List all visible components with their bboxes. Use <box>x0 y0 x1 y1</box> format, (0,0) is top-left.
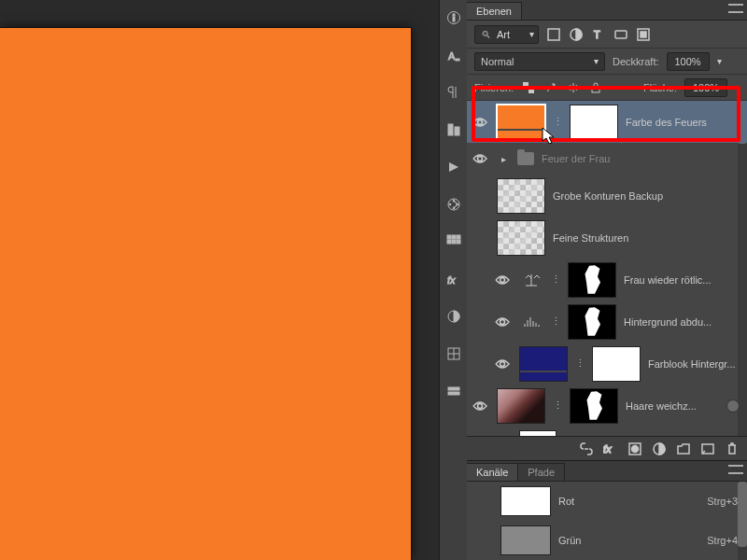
channel-thumbnail[interactable] <box>500 525 551 555</box>
lock-position-icon[interactable] <box>566 80 581 95</box>
fx-icon[interactable]: fx <box>603 441 618 456</box>
filter-smart-icon[interactable] <box>636 27 651 42</box>
tab-channels[interactable]: Kanäle <box>467 463 518 481</box>
mask-thumbnail[interactable] <box>568 262 616 298</box>
blend-mode-dropdown[interactable]: Normal▾ <box>474 52 605 71</box>
lock-pixels-icon[interactable] <box>543 80 558 95</box>
filter-adjustment-icon[interactable] <box>569 27 584 42</box>
layer-name[interactable]: Farblook Hintergr... <box>648 358 740 370</box>
visibility-toggle[interactable] <box>493 316 512 328</box>
new-adjustment-icon[interactable] <box>652 441 667 456</box>
levels-icon <box>519 315 543 329</box>
svg-rect-13 <box>457 235 460 239</box>
color-panel-icon[interactable] <box>445 196 462 213</box>
info-icon[interactable] <box>445 9 462 26</box>
smart-object-badge <box>726 399 740 413</box>
swatches-panel-icon[interactable] <box>445 233 462 250</box>
visibility-toggle[interactable] <box>471 117 489 128</box>
layer-row-group[interactable]: ▸ Feuer der Frau <box>467 143 747 175</box>
layer-row-smartfilter[interactable]: Smartfilter <box>467 427 747 436</box>
channel-row[interactable]: Grün Strg+4 <box>467 521 747 560</box>
visibility-toggle[interactable] <box>471 153 489 164</box>
trash-icon[interactable] <box>725 441 740 456</box>
channel-shortcut: Strg+4 <box>707 535 738 546</box>
layer-name[interactable]: Grobe Konturen Backup <box>553 190 740 202</box>
svg-rect-31 <box>529 88 534 93</box>
layer-name[interactable]: Feuer der Frau <box>542 153 740 164</box>
layers-panel: Ebenen 🔍︎ Art ▾ T Normal▾ Deckkraft: 100… <box>467 0 747 560</box>
link-icon[interactable]: ⋮ <box>551 273 560 286</box>
layer-thumbnail[interactable] <box>497 220 545 256</box>
svg-point-9 <box>453 207 455 209</box>
layer-thumbnail[interactable] <box>497 388 545 424</box>
paragraph-panel-icon[interactable] <box>445 84 462 101</box>
channel-thumbnail[interactable] <box>500 486 551 516</box>
link-icon[interactable]: ⋮ <box>553 399 562 412</box>
chevron-down-icon[interactable]: ▾ <box>735 82 740 92</box>
layer-row[interactable]: Feine Strukturen <box>467 217 747 259</box>
new-group-icon[interactable] <box>676 441 691 456</box>
opacity-field[interactable]: 100% <box>667 52 710 71</box>
layer-row-fill[interactable]: ⋮ Farblook Hintergr... <box>467 343 747 385</box>
link-icon[interactable]: ⋮ <box>553 116 562 128</box>
scrollbar[interactable] <box>738 482 747 560</box>
folder-icon <box>517 152 534 165</box>
layer-row-adjustment[interactable]: ⋮ Hintergrund abdu... <box>467 301 747 343</box>
tab-layers[interactable]: Ebenen <box>467 2 522 20</box>
svg-point-38 <box>478 403 483 408</box>
mask-thumbnail[interactable] <box>568 304 616 340</box>
layer-name[interactable]: Farbe des Feuers <box>626 117 740 128</box>
svg-rect-4 <box>456 59 459 61</box>
layer-row-adjustment[interactable]: ⋮ Frau wieder rötlic... <box>467 259 747 301</box>
svg-rect-23 <box>448 392 459 395</box>
svg-text:A: A <box>448 50 456 62</box>
channel-row[interactable]: Rot Strg+3 <box>467 482 747 521</box>
character-panel-icon[interactable]: A <box>445 47 462 63</box>
visibility-toggle[interactable] <box>493 274 512 286</box>
panel-menu-icon[interactable] <box>728 465 743 476</box>
visibility-toggle[interactable] <box>493 358 512 370</box>
link-icon[interactable]: ⋮ <box>575 357 585 370</box>
filter-kind-dropdown[interactable]: 🔍︎ Art ▾ <box>474 25 539 44</box>
mask-thumbnail[interactable] <box>592 346 641 382</box>
document-canvas[interactable] <box>0 28 411 560</box>
align-panel-icon[interactable] <box>445 121 462 138</box>
link-layers-icon[interactable] <box>579 441 594 456</box>
layer-name[interactable]: Haare weichz... <box>626 400 740 412</box>
mask-thumbnail[interactable] <box>570 388 618 424</box>
filter-type-icon[interactable]: T <box>591 27 606 42</box>
visibility-toggle[interactable] <box>471 400 489 412</box>
layer-thumbnail[interactable] <box>519 346 568 382</box>
layer-name[interactable]: Hintergrund abdu... <box>624 316 740 328</box>
layer-name[interactable]: Frau wieder rötlic... <box>624 274 740 286</box>
collapsed-panel-dock: A fx <box>439 0 467 560</box>
new-layer-icon[interactable] <box>700 441 715 456</box>
link-icon[interactable]: ⋮ <box>551 315 560 328</box>
channel-name: Rot <box>558 496 699 507</box>
chevron-down-icon[interactable]: ▾ <box>717 56 722 66</box>
tab-paths[interactable]: Pfade <box>518 463 565 481</box>
add-mask-icon[interactable] <box>627 441 642 456</box>
svg-point-42 <box>632 445 639 452</box>
panel-menu-icon[interactable] <box>728 4 743 15</box>
layer-row-smart[interactable]: ⋮ Haare weichz... <box>467 385 747 427</box>
layer-row[interactable]: Grobe Konturen Backup <box>467 175 747 217</box>
libraries-panel-icon[interactable] <box>445 345 462 362</box>
fill-field[interactable]: 100% <box>684 78 727 97</box>
filter-mask-thumbnail[interactable] <box>519 430 557 436</box>
filter-pixel-icon[interactable] <box>546 27 561 42</box>
adjustments-panel-icon[interactable] <box>445 308 462 325</box>
expand-toggle[interactable]: ▸ <box>497 154 510 164</box>
styles-panel-icon[interactable]: fx <box>445 271 462 287</box>
layer-row-selected[interactable]: ⋮ Farbe des Feuers <box>467 101 747 143</box>
mask-thumbnail[interactable] <box>570 105 618 140</box>
extra-panel-icon[interactable] <box>445 383 462 399</box>
layer-thumbnail[interactable] <box>497 178 545 214</box>
filter-shape-icon[interactable] <box>613 27 628 42</box>
lock-transparency-icon[interactable] <box>521 80 536 95</box>
layer-name[interactable]: Feine Strukturen <box>553 232 740 244</box>
document-canvas-area <box>0 0 439 560</box>
actions-panel-icon[interactable] <box>445 159 462 175</box>
lock-all-icon[interactable] <box>588 80 603 95</box>
layer-thumbnail[interactable] <box>497 105 545 140</box>
